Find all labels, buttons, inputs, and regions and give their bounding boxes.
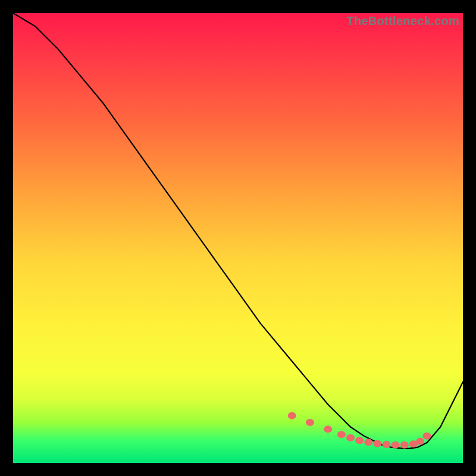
marker-dot — [423, 433, 431, 440]
marker-dot — [324, 425, 332, 433]
marker-dot — [373, 440, 381, 447]
marker-dot — [346, 434, 355, 441]
chart-overlay — [13, 13, 463, 463]
marker-dot — [337, 431, 346, 438]
curve-line — [13, 13, 463, 449]
plot-area: TheBottleneck.com — [13, 13, 463, 463]
marker-dots — [288, 412, 431, 449]
marker-dot — [416, 438, 424, 445]
chart-frame: TheBottleneck.com — [0, 0, 476, 476]
marker-dot — [306, 419, 314, 426]
marker-dot — [355, 437, 364, 444]
marker-dot — [400, 441, 409, 449]
marker-dot — [382, 441, 390, 448]
marker-dot — [288, 412, 296, 419]
marker-dot — [364, 439, 372, 446]
marker-dot — [392, 441, 400, 449]
